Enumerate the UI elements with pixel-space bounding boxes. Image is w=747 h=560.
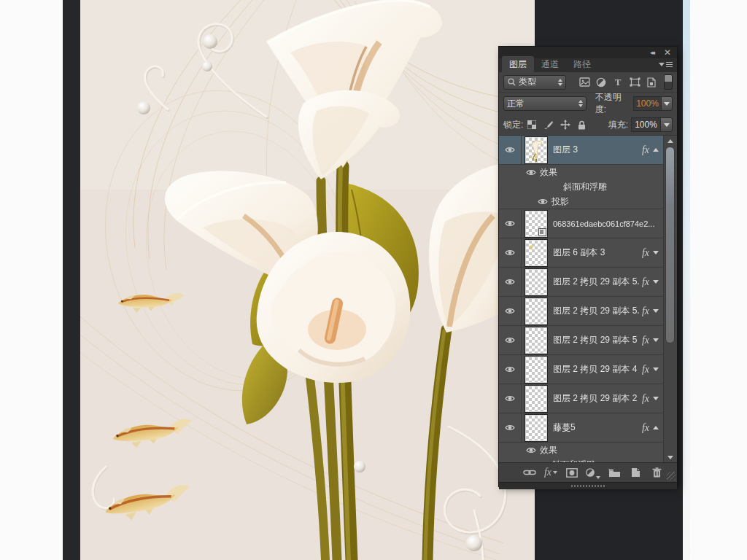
layer-group-icon[interactable] [607, 466, 622, 479]
blend-mode-select[interactable]: 正常 [503, 96, 587, 111]
fill-dropdown-icon[interactable] [660, 117, 673, 132]
layer-effect-row[interactable]: 投影 [499, 194, 664, 209]
layer-row[interactable]: 图层 2 拷贝 29 副本 5...fx [499, 268, 664, 297]
collapse-to-icons-icon[interactable]: ◂◂ [650, 50, 654, 56]
opacity-label: 不透明度: [595, 91, 630, 116]
layer-visibility-eye-icon[interactable] [499, 355, 522, 384]
layer-row[interactable]: 图层 2 拷贝 29 副本 4fx [499, 355, 664, 384]
layer-fx-collapse-arrow-icon[interactable] [653, 338, 659, 342]
layer-thumbnail[interactable] [525, 298, 547, 324]
layer-name[interactable]: 图层 2 拷贝 29 副本 2 [553, 392, 639, 405]
layer-visibility-eye-icon[interactable] [499, 209, 522, 238]
document-canvas[interactable] [80, 0, 535, 560]
layer-name[interactable]: 图层 2 拷贝 29 副本 5... [553, 305, 639, 317]
pixel-layer-filter-icon[interactable] [578, 76, 591, 89]
layer-name[interactable]: 图层 2 拷贝 29 副本 4 [553, 363, 639, 376]
layer-thumbnail[interactable] [525, 211, 547, 237]
layer-fx-collapse-arrow-icon[interactable] [653, 280, 659, 284]
layer-fx-collapse-arrow-icon[interactable] [653, 397, 659, 400]
scrollbar-thumb[interactable] [665, 147, 675, 343]
layer-visibility-eye-icon[interactable] [499, 413, 522, 442]
layer-name[interactable]: 图层 2 拷贝 29 副本 5... [553, 276, 639, 288]
layer-visibility-eye-icon[interactable] [499, 326, 522, 354]
layer-fx-collapse-arrow-icon[interactable] [653, 368, 659, 371]
layer-thumbnail[interactable] [525, 240, 547, 266]
effect-label: 斜面和浮雕 [563, 181, 607, 193]
layer-effect-row[interactable]: 效果 [499, 443, 664, 457]
combo-updown-icon [578, 100, 583, 107]
layer-row[interactable]: 图层 6 副本 3fx [499, 238, 664, 268]
effect-visibility-eye-icon[interactable] [525, 168, 537, 176]
layer-thumbnail[interactable] [525, 415, 547, 441]
delete-layer-icon[interactable] [649, 466, 664, 479]
smart-object-filter-icon[interactable] [645, 76, 658, 89]
tab-channels[interactable]: 通道 [534, 56, 566, 72]
close-panel-icon[interactable]: ✕ [664, 48, 671, 57]
layer-row[interactable]: 图层 2 拷贝 29 副本 5fx [499, 326, 664, 355]
layer-thumbnail[interactable] [525, 386, 547, 412]
layer-thumbnail[interactable] [525, 137, 547, 163]
layer-name[interactable]: 068361edaebc061cf874e2... [553, 219, 662, 228]
layer-thumbnail[interactable] [525, 357, 547, 383]
lock-transparency-icon[interactable] [525, 119, 538, 131]
lock-pixels-icon[interactable] [542, 119, 554, 131]
fill-label: 填充: [608, 119, 628, 131]
lock-position-icon[interactable] [559, 119, 571, 131]
layer-thumbnail[interactable] [525, 269, 547, 295]
layer-row[interactable]: 藤蔓5fx [499, 413, 664, 443]
blend-mode-row: 正常 不透明度: 100% [499, 92, 677, 114]
layer-fx-collapse-arrow-icon[interactable] [653, 148, 659, 152]
new-layer-icon[interactable] [628, 466, 643, 479]
effect-label: 效果 [540, 444, 557, 456]
shape-layer-filter-icon[interactable] [628, 76, 641, 89]
adjustment-layer-filter-icon[interactable] [595, 76, 608, 89]
effect-visibility-eye-icon[interactable] [537, 198, 549, 206]
layer-style-icon[interactable]: fx [543, 466, 558, 479]
tab-layers[interactable]: 图层 [502, 56, 534, 72]
search-icon [507, 76, 516, 89]
layer-list-scrollbar[interactable] [663, 136, 677, 462]
link-layers-icon[interactable] [522, 466, 537, 479]
fill-value[interactable]: 100% [631, 117, 660, 132]
resize-grip-dots [571, 485, 605, 487]
scroll-down-icon[interactable] [664, 452, 677, 462]
layer-fx-collapse-arrow-icon[interactable] [653, 251, 659, 254]
layer-row[interactable]: 图层 3fx [499, 136, 664, 165]
effect-visibility-eye-icon[interactable] [525, 446, 537, 454]
type-layer-filter-icon[interactable]: T [611, 76, 624, 89]
layer-thumbnail[interactable] [525, 327, 547, 354]
layer-fx-collapse-arrow-icon[interactable] [653, 309, 659, 313]
effect-label: 效果 [540, 166, 557, 179]
panel-menu-icon[interactable] [659, 62, 673, 67]
layer-visibility-eye-icon[interactable] [499, 297, 522, 325]
layer-name[interactable]: 图层 3 [553, 144, 639, 156]
layer-name[interactable]: 图层 6 副本 3 [553, 246, 639, 259]
layer-visibility-eye-icon[interactable] [499, 136, 522, 164]
layer-row[interactable]: 图层 2 拷贝 29 副本 2fx [499, 384, 664, 413]
opacity-value[interactable]: 100% [633, 96, 661, 111]
layer-row[interactable]: 068361edaebc061cf874e2... [499, 209, 664, 238]
layer-effect-row[interactable]: 斜面和浮雕 [499, 457, 664, 462]
panel-resize-grip[interactable] [667, 472, 676, 481]
scroll-up-icon[interactable] [664, 136, 677, 146]
filter-type-combo[interactable]: 类型 [503, 75, 566, 90]
layer-filtering-toggle[interactable] [664, 74, 673, 90]
layer-visibility-eye-icon[interactable] [499, 268, 522, 296]
layer-name[interactable]: 藤蔓5 [553, 421, 639, 434]
page-edge-strip [683, 0, 690, 560]
layer-effect-row[interactable]: 效果 [499, 165, 664, 179]
layer-row[interactable]: 图层 2 拷贝 29 副本 5...fx [499, 297, 664, 326]
layer-fx-collapse-arrow-icon[interactable] [653, 426, 659, 429]
layer-fx-badge: fx [642, 335, 649, 346]
layer-visibility-eye-icon[interactable] [499, 238, 522, 267]
new-adjustment-layer-icon[interactable] [586, 466, 600, 479]
opacity-dropdown-icon[interactable] [661, 96, 673, 111]
panel-bottom-resize-bar[interactable] [499, 482, 677, 489]
layer-mask-icon[interactable] [565, 466, 579, 479]
layer-visibility-eye-icon[interactable] [499, 384, 522, 413]
pasteboard-left-strip [63, 0, 80, 560]
lock-all-icon[interactable] [576, 119, 588, 131]
layer-effect-row[interactable]: 斜面和浮雕 [499, 179, 664, 194]
tab-paths[interactable]: 路径 [566, 56, 598, 72]
layer-name[interactable]: 图层 2 拷贝 29 副本 5 [553, 334, 639, 346]
